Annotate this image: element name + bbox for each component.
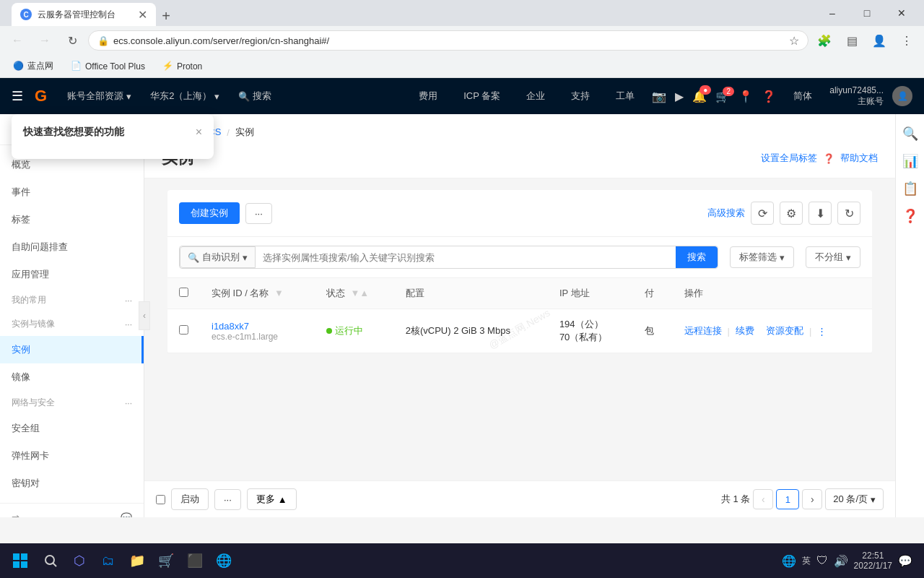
sidebar-item-tags[interactable]: 标签 (0, 206, 144, 233)
instance-id-link[interactable]: i1da8xk7 (212, 321, 303, 332)
forward-button[interactable]: → (33, 29, 56, 52)
resource-change-link[interactable]: 资源变配 (766, 324, 803, 337)
search-tag-select[interactable]: 🔍 自动识别 ▾ (180, 246, 256, 268)
nav-search[interactable]: 🔍 搜索 (230, 85, 280, 107)
per-page-select[interactable]: 20 条/页 ▾ (825, 488, 884, 510)
bookmark-proton[interactable]: ⚡ Proton (158, 59, 206, 74)
bookmark-icon[interactable]: ☆ (789, 34, 799, 48)
more-actions-link[interactable]: ⋮ (817, 326, 827, 337)
tray-clock[interactable]: 22:51 2022/1/17 (854, 551, 892, 571)
nav-ticket[interactable]: 工单 (607, 85, 643, 107)
next-page-btn[interactable]: › (802, 489, 822, 509)
start-btn[interactable]: 启动 (171, 488, 209, 510)
nav-enterprise[interactable]: 企业 (518, 85, 554, 107)
taskbar-search[interactable] (38, 548, 64, 574)
profile-icon[interactable]: 👤 (868, 29, 891, 52)
sidebar-item-app-mgmt[interactable]: 应用管理 (0, 261, 144, 288)
refresh-type-icon[interactable]: ⟳ (751, 202, 774, 225)
nav-support[interactable]: 支持 (562, 85, 598, 107)
sidebar-icon[interactable]: ▤ (840, 29, 863, 52)
tray-antivirus-icon[interactable]: 🛡 (816, 554, 828, 567)
maximize-button[interactable]: □ (850, 0, 884, 26)
tray-speaker-icon[interactable]: 🔊 (834, 554, 848, 568)
more-actions-btn[interactable]: 更多 ▲ (247, 488, 297, 510)
tab-close-btn[interactable]: ✕ (138, 8, 147, 22)
extensions-icon[interactable]: 🧩 (813, 29, 836, 52)
download-icon[interactable]: ⬇ (808, 202, 832, 225)
tray-notification-icon[interactable]: 💬 (898, 554, 912, 568)
bell-icon[interactable]: 🔔 ● (692, 90, 707, 103)
create-instance-btn[interactable]: 创建实例 (179, 202, 240, 224)
tag-filter-btn[interactable]: 标签筛选 ▾ (730, 246, 794, 268)
status-filter-icon[interactable]: ▼▲ (350, 288, 369, 298)
sidebar-item-eni[interactable]: 弹性网卡 (0, 442, 144, 470)
sidebar-collapse-btn[interactable]: ‹ (139, 301, 150, 330)
select-all-checkbox[interactable] (179, 288, 188, 297)
sidebar-item-instance[interactable]: 实例 (0, 336, 144, 363)
current-page[interactable]: 1 (776, 489, 799, 509)
help-doc-link[interactable]: 帮助文档 (840, 152, 878, 165)
user-info[interactable]: aliyun72485... 主账号 (829, 85, 884, 108)
instance-image-more-btn[interactable]: ··· (125, 319, 132, 329)
row-checkbox[interactable] (179, 325, 188, 335)
close-button[interactable]: ✕ (885, 0, 918, 26)
nav-icp[interactable]: ICP 备案 (455, 85, 509, 107)
taskbar-browser[interactable]: 🌐 (211, 548, 237, 574)
menu-icon[interactable]: ⋮ (895, 29, 918, 52)
start-button[interactable] (6, 546, 35, 575)
console-menu-button[interactable]: ☰ (12, 88, 23, 104)
right-calc-icon[interactable]: 📋 (902, 181, 918, 197)
taskbar-store[interactable]: 🛒 (153, 548, 179, 574)
sidebar-item-troubleshoot[interactable]: 自助问题排查 (0, 233, 144, 261)
new-tab-button[interactable]: + (156, 6, 176, 26)
set-global-tag-link[interactable]: 设置全局标签 (761, 152, 817, 165)
tray-keyboard-icon[interactable]: 英 (802, 555, 811, 567)
bookmark-lanzidian[interactable]: 🔵 蓝点网 (9, 59, 58, 74)
screenshot-icon[interactable]: 📷 (652, 90, 666, 103)
browser-tab[interactable]: C 云服务器管理控制台 ✕ (12, 3, 156, 26)
sidebar-expand-icon[interactable]: ⇌ (12, 512, 19, 517)
taskbar-explorer[interactable]: 🗂 (95, 548, 121, 574)
advanced-search-link[interactable]: 高级搜索 (707, 207, 745, 220)
tray-network-icon[interactable]: 🌐 (782, 554, 796, 568)
bottom-more-btn[interactable]: ··· (214, 489, 241, 510)
minimize-button[interactable]: – (816, 0, 849, 26)
taskbar-folder[interactable]: 📁 (124, 548, 150, 574)
bookmark-office-tool[interactable]: 📄 Office Tool Plus (66, 59, 149, 74)
location-icon[interactable]: 📍 (738, 90, 753, 103)
reload-button[interactable]: ↻ (61, 29, 84, 52)
help-icon[interactable]: ❓ (762, 90, 776, 103)
remote-connect-link[interactable]: 远程连接 (684, 324, 722, 337)
back-button[interactable]: ← (6, 29, 29, 52)
quick-find-close-btn[interactable]: × (196, 126, 202, 139)
nav-language[interactable]: 简体 (785, 85, 821, 107)
no-group-btn[interactable]: 不分组 ▾ (806, 246, 860, 268)
nav-region[interactable]: 华东2（上海） ▾ (141, 85, 228, 107)
settings-icon[interactable]: ⚙ (780, 202, 803, 225)
search-submit-btn[interactable]: 搜索 (676, 246, 718, 268)
toolbar-more-btn[interactable]: ··· (245, 203, 272, 224)
right-help-icon[interactable]: ❓ (902, 208, 918, 224)
address-bar[interactable]: 🔒 ecs.console.aliyun.com/server/region/c… (88, 30, 808, 51)
nav-fees[interactable]: 费用 (410, 85, 446, 107)
prev-page-btn[interactable]: ‹ (753, 489, 773, 509)
right-search-icon[interactable]: 🔍 (902, 126, 918, 142)
network-security-more-btn[interactable]: ··· (125, 398, 132, 408)
reload-icon[interactable]: ↻ (837, 202, 860, 225)
sidebar-feedback-icon[interactable]: 💬 (121, 512, 132, 517)
right-table-icon[interactable]: 📊 (902, 153, 918, 169)
cart-icon[interactable]: 🛒 2 (715, 90, 730, 103)
search-input[interactable] (256, 246, 676, 268)
user-avatar[interactable]: 👤 (892, 86, 912, 106)
video-icon[interactable]: ▶ (675, 90, 684, 103)
taskbar-copilot[interactable]: ⬡ (66, 548, 92, 574)
bottom-checkbox[interactable] (156, 495, 165, 504)
sidebar-item-events[interactable]: 事件 (0, 178, 144, 206)
my-favorites-more-btn[interactable]: ··· (125, 296, 132, 306)
sidebar-item-security-group[interactable]: 安全组 (0, 415, 144, 442)
taskbar-terminal[interactable]: ⬛ (182, 548, 208, 574)
filter-icon[interactable]: ▼ (274, 288, 284, 298)
renew-link[interactable]: 续费 (736, 324, 754, 337)
sidebar-item-image[interactable]: 镜像 (0, 363, 144, 391)
sidebar-item-keypair[interactable]: 密钥对 (0, 470, 144, 497)
